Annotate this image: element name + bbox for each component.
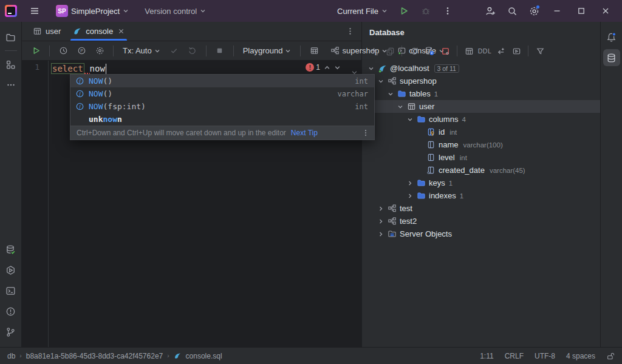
breadcrumb-separator: › xyxy=(167,352,169,359)
vcs-widget[interactable]: Version control xyxy=(141,4,210,18)
debug-button[interactable] xyxy=(417,2,435,20)
kebab-icon xyxy=(362,129,369,136)
chevron-down-icon[interactable] xyxy=(406,115,414,124)
unlock-icon[interactable] xyxy=(606,352,615,360)
tree-item-label: tables xyxy=(409,89,431,98)
console-settings-button[interactable] xyxy=(92,44,108,58)
git-tool-button[interactable] xyxy=(2,323,19,340)
new-datasource-button[interactable] xyxy=(367,44,381,58)
close-button[interactable] xyxy=(595,2,616,20)
copy-icon xyxy=(386,47,395,56)
code-with-me-button[interactable] xyxy=(481,2,499,20)
tree-item-test2[interactable]: test2 xyxy=(362,215,600,228)
tree-item-localhost[interactable]: @localhost 3 of 11 xyxy=(362,62,600,75)
tip-options-button[interactable] xyxy=(362,129,369,136)
tx-mode-label: Tx: Auto xyxy=(123,46,152,55)
main-menu-button[interactable] xyxy=(26,2,44,20)
tree-item-user[interactable]: user xyxy=(362,100,600,113)
structure-tool-button[interactable] xyxy=(2,56,19,73)
tree-item-created-date[interactable]: created_date varchar(45) xyxy=(362,164,600,177)
chevron-right-icon[interactable] xyxy=(377,204,385,213)
notifications-button[interactable] xyxy=(603,29,620,46)
tree-item-tables[interactable]: tables 1 xyxy=(362,87,600,100)
tree-item-columns[interactable]: columns 4 xyxy=(362,113,600,126)
tree-item-name[interactable]: name varchar(100) xyxy=(362,138,600,151)
app-logo-icon xyxy=(5,5,17,17)
navigate-to-editor-button[interactable] xyxy=(493,44,508,58)
tree-item-level[interactable]: level int xyxy=(362,151,600,164)
tree-item-test[interactable]: test xyxy=(362,202,600,215)
caret-position[interactable]: 1:11 xyxy=(480,352,493,360)
file-encoding[interactable]: UTF-8 xyxy=(535,352,555,360)
duplicate-button[interactable] xyxy=(383,44,397,58)
breadcrumb-scope[interactable]: db xyxy=(7,352,15,360)
chevron-down-icon[interactable] xyxy=(367,64,375,73)
line-ending[interactable]: CRLF xyxy=(505,352,524,360)
stop-button[interactable] xyxy=(212,44,228,58)
refresh-button[interactable] xyxy=(406,44,421,58)
tab-console[interactable]: console xyxy=(67,22,131,41)
completion-item[interactable]: unknown xyxy=(70,113,374,126)
commit-button[interactable] xyxy=(166,44,182,58)
parameters-button[interactable]: P xyxy=(73,44,89,58)
tab-user[interactable]: user xyxy=(27,22,67,41)
search-everywhere-button[interactable] xyxy=(503,2,521,20)
indent-setting[interactable]: 4 spaces xyxy=(566,352,595,360)
tree-item-indexes[interactable]: indexes 1 xyxy=(362,189,600,202)
project-widget[interactable]: SP SimpleProject xyxy=(52,2,132,19)
tree-item-id[interactable]: id int xyxy=(362,126,600,138)
next-tip-link[interactable]: Next Tip xyxy=(291,129,318,137)
chevron-right-icon[interactable] xyxy=(406,192,414,200)
terminal-tool-button[interactable] xyxy=(2,282,19,299)
rollback-button[interactable] xyxy=(185,44,200,58)
more-actions-button[interactable] xyxy=(439,2,457,20)
project-tool-button[interactable] xyxy=(2,29,19,46)
inspections-widget[interactable]: !1 xyxy=(306,63,341,72)
database-tool-button[interactable] xyxy=(603,49,620,66)
playground-mode-select[interactable]: Playground xyxy=(239,44,295,57)
history-button[interactable] xyxy=(55,44,71,58)
chevron-right-icon[interactable] xyxy=(406,179,414,187)
chevron-down-icon[interactable] xyxy=(386,90,395,98)
completion-item[interactable]: f NOW() int xyxy=(70,75,374,87)
run-configuration-select[interactable]: Current File xyxy=(333,4,391,18)
tab-options-button[interactable] xyxy=(339,22,361,41)
schema-select[interactable]: supershop xyxy=(327,44,391,57)
datasource-properties-button[interactable] xyxy=(422,44,437,58)
chevron-right-icon[interactable] xyxy=(377,230,385,238)
ddl-button[interactable]: DDL xyxy=(477,44,492,58)
breadcrumb-file[interactable]: console.sql xyxy=(186,352,222,360)
chevron-down-icon[interactable] xyxy=(377,77,385,86)
completion-item[interactable]: f NOW(fsp:int) int xyxy=(70,100,374,113)
chevron-right-icon[interactable] xyxy=(377,217,385,226)
maximize-button[interactable] xyxy=(571,2,592,20)
panel-title: Database xyxy=(369,28,405,37)
execute-button[interactable] xyxy=(28,44,44,58)
tab-close-button[interactable] xyxy=(118,28,125,35)
database-changes-tool-button[interactable] xyxy=(2,241,19,258)
schema-icon xyxy=(388,76,397,86)
chevron-down-icon[interactable] xyxy=(334,64,341,71)
run-button[interactable] xyxy=(395,2,413,20)
tx-mode-select[interactable]: Tx: Auto xyxy=(119,44,164,57)
tree-item-keys[interactable]: keys 1 xyxy=(362,177,600,189)
playground-label: Playground xyxy=(243,46,283,55)
disconnect-button[interactable] xyxy=(438,44,453,58)
minimize-button[interactable] xyxy=(547,2,567,20)
close-icon xyxy=(601,7,610,15)
table-view-button[interactable] xyxy=(462,44,476,58)
editor-tab-bar: user console xyxy=(22,22,361,41)
chevron-down-icon[interactable] xyxy=(396,103,405,111)
view-results-button[interactable] xyxy=(306,44,322,58)
settings-button[interactable] xyxy=(525,2,543,20)
completion-item[interactable]: f NOW() varchar xyxy=(70,87,374,100)
more-tool-windows-button[interactable] xyxy=(2,76,19,93)
breadcrumb-hash[interactable]: b8a81e1a-5b86-45d3-8dd3-ca42f45762e7 xyxy=(26,352,163,360)
chevron-up-icon[interactable] xyxy=(324,64,330,71)
filter-button[interactable] xyxy=(533,44,547,58)
query-console-button[interactable] xyxy=(509,44,524,58)
problems-tool-button[interactable] xyxy=(2,303,19,320)
tree-item-supershop[interactable]: supershop xyxy=(362,75,600,87)
tree-item-server-objects[interactable]: Server Objects xyxy=(362,228,600,240)
services-tool-button[interactable] xyxy=(2,261,19,278)
